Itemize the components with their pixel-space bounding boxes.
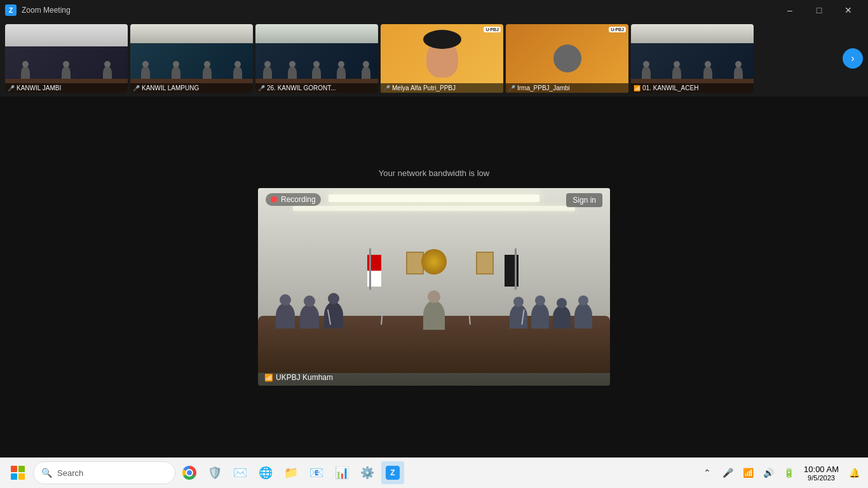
mcafee-icon: 🛡️ [208,466,222,480]
taskbar-chrome[interactable] [178,461,201,484]
participant-label-5: 🎤 Irma_PPBJ_Jambi [506,83,628,93]
search-bar[interactable]: 🔍 Search [33,461,175,484]
speaker-label: 📶 UKPBJ Kumham [264,373,333,382]
taskbar-outlook[interactable]: 📧 [305,461,328,484]
signal-icon-6: 📶 [634,85,641,92]
show-hidden-icons[interactable]: ⌃ [698,460,716,485]
mute-icon-5: 🎤 [508,85,515,92]
ukpbj-logo-5: U·PBJ [609,27,626,32]
close-button[interactable]: ✕ [834,0,863,20]
bandwidth-warning: Your network bandwidth is low [379,168,489,178]
recording-label: Recording [281,195,316,204]
signal-strength-icon: 📶 [264,374,273,382]
wifi-icon[interactable]: 📶 [739,460,757,485]
taskbar-edge[interactable]: 🌐 [254,461,277,484]
mail-icon: ✉️ [233,466,247,480]
taskbar-files[interactable]: 📁 [280,461,302,484]
settings-icon: ⚙️ [360,466,374,480]
taskbar-settings[interactable]: ⚙️ [356,461,379,484]
microphone-icon[interactable]: 🎤 [719,460,736,485]
edge-icon: 🌐 [259,466,273,480]
person-face-4 [426,39,458,78]
title-bar: Z Zoom Meeting – □ ✕ [0,0,868,20]
system-tray: ⌃ 🎤 📶 🔊 🔋 10:00 AM 9/5/2023 🔔 [698,460,863,485]
mute-icon-1: 🎤 [8,85,15,92]
participant-thumb-4[interactable]: U·PBJ 🎤 Melya Alfa Putri_PPBJ [381,24,503,93]
taskbar: 🔍 Search 🛡️ ✉️ 🌐 📁 📧 📊 ⚙️ Z ⌃ 🎤 📶 � [0,458,868,488]
zoom-logo-icon: Z [5,4,17,16]
window-title: Zoom Meeting [22,6,71,15]
participant-label-1: 🎤 KANWIL JAMBI [5,83,128,93]
time-display: 10:00 AM [804,464,839,474]
recording-badge: Recording [266,193,321,206]
minimize-button[interactable]: – [775,0,804,20]
recording-dot [271,196,277,203]
start-button[interactable] [5,460,31,485]
title-bar-left: Z Zoom Meeting [5,4,71,16]
participant-thumb-1[interactable]: 🎤 KANWIL JAMBI [5,24,128,93]
participant-thumb-2[interactable]: 🎤 KANWIL LAMPUNG [130,24,253,93]
participant-thumb-3[interactable]: 🎤 26. KANWIL GORONT... [255,24,378,93]
taskbar-zoom[interactable]: Z [381,461,404,484]
participant-strip: 🎤 KANWIL JAMBI 🎤 KANWIL LAMPUNG [0,20,868,97]
notification-icon[interactable]: 🔔 [845,460,863,485]
main-video: Recording Sign in 📶 UKPBJ Kumham [258,188,610,386]
participant-thumb-5[interactable]: U·PBJ 🎤 Irma_PPBJ_Jambi [506,24,628,93]
participant-label-3: 🎤 26. KANWIL GORONT... [255,83,378,93]
mute-icon-4: 🎤 [383,85,390,92]
taskbar-excel[interactable]: 📊 [330,461,353,484]
search-icon: 🔍 [41,468,52,478]
ukpbj-logo-4: U·PBJ [484,27,501,32]
maximize-button[interactable]: □ [804,0,834,20]
signin-button[interactable]: Sign in [566,193,602,207]
search-label: Search [57,468,83,478]
excel-icon: 📊 [335,466,349,480]
participant-label-4: 🎤 Melya Alfa Putri_PPBJ [381,83,503,93]
title-bar-controls: – □ ✕ [775,0,863,20]
volume-icon[interactable]: 🔊 [759,460,777,485]
main-area: Your network bandwidth is low [0,97,868,458]
taskbar-mail[interactable]: ✉️ [229,461,252,484]
mute-icon-3: 🎤 [258,85,265,92]
chrome-icon [182,466,196,480]
windows-logo [11,466,25,480]
battery-icon[interactable]: 🔋 [780,460,797,485]
participant-label-6: 📶 01. KANWIL_ACEH [631,83,754,93]
taskbar-mcafee[interactable]: 🛡️ [203,461,226,484]
clock-area[interactable]: 10:00 AM 9/5/2023 [800,460,843,485]
outlook-icon: 📧 [309,466,323,480]
files-icon: 📁 [284,466,298,480]
participant-label-2: 🎤 KANWIL LAMPUNG [130,83,253,93]
next-participant-button[interactable]: › [843,48,863,69]
mute-icon-2: 🎤 [133,85,140,92]
date-display: 9/5/2023 [808,474,835,482]
participant-thumb-6[interactable]: 📶 01. KANWIL_ACEH [631,24,754,93]
zoom-taskbar-icon: Z [386,466,400,480]
